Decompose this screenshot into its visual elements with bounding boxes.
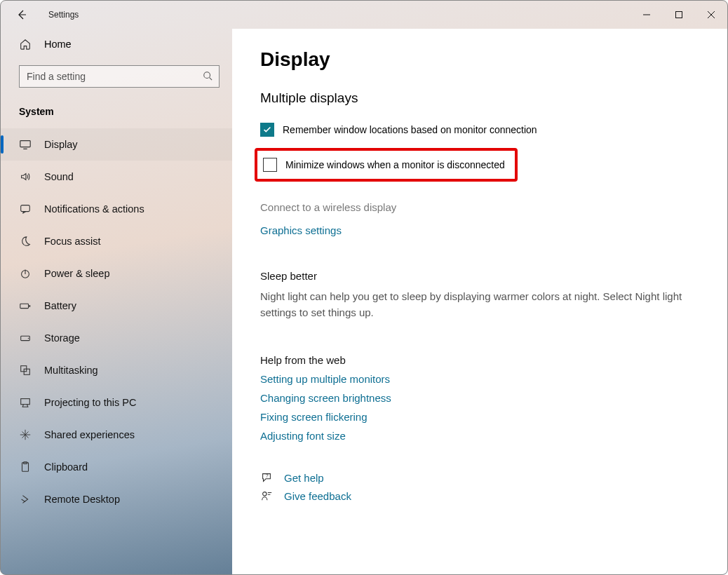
remote-desktop-icon [19,493,32,506]
settings-window: Settings Home System [0,0,728,575]
sidebar-item-label: Clipboard [44,461,88,473]
sleep-better-description: Night light can help you get to sleep by… [260,289,699,320]
sidebar-item-notifications[interactable]: Notifications & actions [1,193,232,225]
help-link-monitors[interactable]: Setting up multiple monitors [260,373,699,385]
sidebar-item-clipboard[interactable]: Clipboard [1,451,232,483]
svg-point-15 [263,492,267,496]
projecting-icon [19,396,32,409]
section-title: Multiple displays [260,90,699,106]
svg-rect-5 [20,304,29,308]
multitasking-icon [19,364,32,377]
sidebar-item-label: Power & sleep [44,268,110,279]
close-button[interactable] [695,4,727,26]
sidebar-item-label: Shared experiences [44,429,135,440]
display-icon [19,138,32,151]
help-chat-icon: ? [260,471,273,484]
checkbox-icon [260,123,274,137]
back-button[interactable] [9,2,34,27]
checkbox-minimize-windows[interactable]: Minimize windows when a monitor is disco… [260,158,505,172]
sidebar-item-battery[interactable]: Battery [1,290,232,322]
sidebar-item-label: Notifications & actions [44,203,144,215]
sidebar-item-label: Display [44,139,78,150]
sidebar-item-focus-assist[interactable]: Focus assist [1,225,232,257]
content-area: Display Multiple displays Remember windo… [232,29,727,574]
checkbox-remember-windows[interactable]: Remember window locations based on monit… [260,119,699,141]
sidebar-item-shared[interactable]: Shared experiences [1,419,232,451]
help-link-brightness[interactable]: Changing screen brightness [260,392,699,404]
sidebar: Home System Display Sound [1,29,232,574]
sidebar-item-display[interactable]: Display [1,128,232,161]
section-header: System [1,93,232,124]
sidebar-item-power[interactable]: Power & sleep [1,257,232,290]
get-help-link[interactable]: Get help [284,472,324,484]
svg-text:?: ? [266,473,269,478]
sidebar-item-label: Remote Desktop [44,494,120,505]
home-icon [19,38,32,50]
sidebar-item-label: Battery [44,300,76,311]
sidebar-item-label: Storage [44,332,80,344]
shared-experiences-icon [19,428,32,441]
give-feedback-row[interactable]: Give feedback [260,489,699,502]
checkbox-label: Minimize windows when a monitor is disco… [285,159,505,170]
sidebar-item-storage[interactable]: Storage [1,322,232,354]
svg-rect-11 [21,399,30,405]
graphics-settings-link[interactable]: Graphics settings [260,224,699,236]
help-header: Help from the web [260,354,699,366]
moon-icon [19,235,32,248]
sidebar-item-remote[interactable]: Remote Desktop [1,483,232,515]
sound-icon [19,170,32,183]
clipboard-icon [19,461,32,473]
sidebar-item-multitasking[interactable]: Multitasking [1,354,232,386]
svg-rect-0 [676,12,682,18]
checkbox-icon [263,158,277,172]
svg-point-8 [28,338,29,339]
sidebar-item-label: Focus assist [44,236,101,247]
sidebar-item-label: Multitasking [44,365,98,376]
feedback-icon [260,489,273,502]
svg-rect-6 [29,305,30,307]
power-icon [19,267,32,280]
search-input[interactable] [19,65,220,88]
window-title: Settings [48,10,79,20]
svg-rect-3 [21,205,30,212]
minimize-button[interactable] [631,4,663,26]
back-arrow-icon [16,9,27,20]
maximize-button[interactable] [663,4,695,26]
sidebar-item-projecting[interactable]: Projecting to this PC [1,386,232,419]
sleep-better-header: Sleep better [260,270,699,282]
window-controls [631,4,727,26]
home-button[interactable]: Home [1,29,232,60]
storage-icon [19,332,32,344]
get-help-row[interactable]: ? Get help [260,471,699,484]
wireless-display-text: Connect to a wireless display [260,201,699,213]
highlighted-setting: Minimize windows when a monitor is disco… [255,148,518,182]
battery-icon [19,299,32,312]
nav-list: Display Sound Notifications & actions Fo… [1,124,232,515]
checkbox-label: Remember window locations based on monit… [283,124,537,135]
help-link-flickering[interactable]: Fixing screen flickering [260,411,699,423]
page-title: Display [260,48,699,71]
search-container [1,60,232,93]
notifications-icon [19,203,32,215]
home-label: Home [44,39,72,50]
sidebar-item-label: Sound [44,171,74,182]
help-link-fontsize[interactable]: Adjusting font size [260,430,699,442]
titlebar: Settings [1,1,727,29]
svg-rect-2 [20,141,30,147]
sidebar-item-sound[interactable]: Sound [1,161,232,193]
sidebar-item-label: Projecting to this PC [44,397,136,408]
give-feedback-link[interactable]: Give feedback [284,490,351,502]
